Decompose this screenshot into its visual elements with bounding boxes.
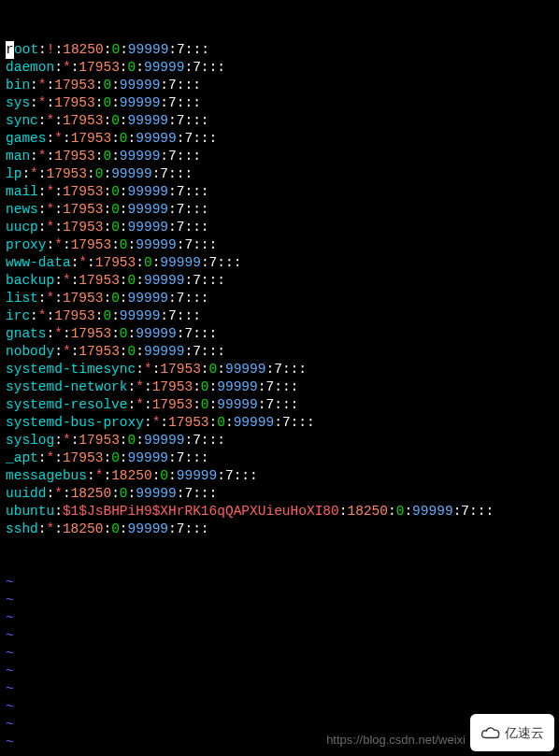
watermark-url: https://blog.csdn.net/weixi [326, 731, 466, 749]
empty-line-tilde: ~ [6, 627, 553, 645]
shadow-entry: sys:*:17953:0:99999:7::: [6, 94, 553, 112]
shadow-entry: messagebus:*:18250:0:99999:7::: [6, 467, 553, 485]
empty-line-tilde: ~ [6, 751, 553, 756]
shadow-entry: _apt:*:17953:0:99999:7::: [6, 449, 553, 467]
shadow-entry: daemon:*:17953:0:99999:7::: [6, 59, 553, 77]
shadow-entry: uucp:*:17953:0:99999:7::: [6, 219, 553, 236]
empty-line-tilde: ~ [6, 698, 553, 716]
cloud-icon [480, 725, 501, 740]
shadow-entry: proxy:*:17953:0:99999:7::: [6, 236, 553, 254]
empty-line-tilde: ~ [6, 609, 553, 627]
cursor: r [6, 41, 14, 59]
empty-line-tilde: ~ [6, 680, 553, 698]
shadow-entry: list:*:17953:0:99999:7::: [6, 290, 553, 307]
shadow-entry: ubuntu:$1$JsBHPiH9$XHrRK16qQAPXUieuHoXI8… [6, 503, 553, 521]
empty-line-tilde: ~ [6, 663, 553, 680]
shadow-entry: sshd:*:18250:0:99999:7::: [6, 521, 553, 538]
shadow-entry: root:!:18250:0:99999:7::: [6, 41, 553, 59]
shadow-entry: nobody:*:17953:0:99999:7::: [6, 343, 553, 361]
empty-line-tilde: ~ [6, 574, 553, 592]
shadow-entry: syslog:*:17953:0:99999:7::: [6, 432, 553, 449]
shadow-entry: www-data:*:17953:0:99999:7::: [6, 254, 553, 272]
badge-text: 亿速云 [505, 724, 544, 742]
shadow-entry: backup:*:17953:0:99999:7::: [6, 272, 553, 290]
file-content: root:!:18250:0:99999:7:::daemon:*:17953:… [6, 41, 553, 538]
shadow-entry: lp:*:17953:0:99999:7::: [6, 165, 553, 183]
shadow-entry: systemd-resolve:*:17953:0:99999:7::: [6, 396, 553, 414]
shadow-entry: uuidd:*:18250:0:99999:7::: [6, 485, 553, 503]
shadow-entry: systemd-network:*:17953:0:99999:7::: [6, 378, 553, 396]
terminal-viewport[interactable]: root:!:18250:0:99999:7:::daemon:*:17953:… [0, 0, 559, 756]
shadow-entry: bin:*:17953:0:99999:7::: [6, 77, 553, 94]
empty-line-tilde: ~ [6, 645, 553, 663]
shadow-entry: mail:*:17953:0:99999:7::: [6, 183, 553, 201]
shadow-entry: man:*:17953:0:99999:7::: [6, 148, 553, 165]
shadow-entry: gnats:*:17953:0:99999:7::: [6, 325, 553, 343]
shadow-entry: games:*:17953:0:99999:7::: [6, 130, 553, 148]
shadow-entry: news:*:17953:0:99999:7::: [6, 201, 553, 219]
shadow-entry: systemd-timesync:*:17953:0:99999:7::: [6, 361, 553, 378]
shadow-entry: sync:*:17953:0:99999:7::: [6, 112, 553, 130]
shadow-entry: systemd-bus-proxy:*:17953:0:99999:7::: [6, 414, 553, 432]
empty-line-tilde: ~ [6, 592, 553, 609]
provider-badge: 亿速云 [470, 714, 554, 751]
shadow-entry: irc:*:17953:0:99999:7::: [6, 307, 553, 325]
